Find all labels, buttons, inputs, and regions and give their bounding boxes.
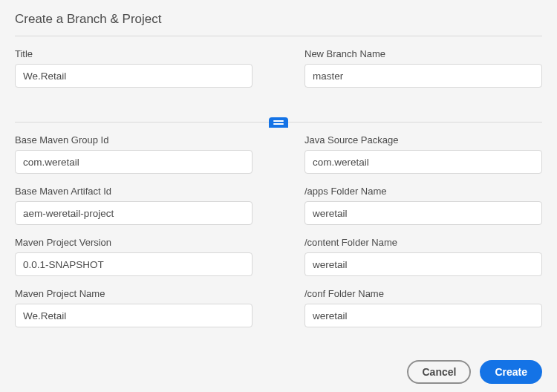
content-folder-label: /content Folder Name — [304, 237, 542, 248]
version-field-group: Maven Project Version — [15, 237, 253, 276]
top-right-column: New Branch Name — [304, 48, 542, 99]
group-id-input[interactable] — [15, 150, 253, 174]
artifact-id-label: Base Maven Artifact Id — [15, 186, 253, 197]
apps-folder-label: /apps Folder Name — [304, 186, 542, 197]
branch-field-group: New Branch Name — [304, 48, 542, 88]
group-id-label: Base Maven Group Id — [15, 134, 253, 146]
conf-folder-label: /conf Folder Name — [304, 288, 542, 299]
artifact-id-field-group: Base Maven Artifact Id — [15, 186, 253, 225]
dialog-title: Create a Branch & Project — [15, 12, 542, 36]
details-section: Base Maven Group Id Base Maven Artifact … — [15, 122, 542, 347]
cancel-button[interactable]: Cancel — [407, 360, 471, 384]
version-label: Maven Project Version — [15, 237, 253, 248]
java-pkg-field-group: Java Source Package — [304, 134, 542, 174]
artifact-id-input[interactable] — [15, 201, 253, 225]
project-name-label: Maven Project Name — [15, 288, 253, 299]
branch-input[interactable] — [304, 64, 542, 88]
top-section: Title New Branch Name — [15, 36, 542, 107]
title-field-group: Title — [15, 48, 253, 88]
project-name-field-group: Maven Project Name — [15, 288, 253, 327]
details-left-column: Base Maven Group Id Base Maven Artifact … — [15, 134, 253, 339]
apps-folder-input[interactable] — [304, 201, 542, 225]
branch-label: New Branch Name — [304, 48, 542, 59]
java-pkg-label: Java Source Package — [304, 134, 542, 146]
content-folder-input[interactable] — [304, 252, 542, 276]
group-id-field-group: Base Maven Group Id — [15, 134, 253, 174]
top-left-column: Title — [15, 48, 253, 99]
conf-folder-field-group: /conf Folder Name — [304, 288, 542, 327]
project-name-input[interactable] — [15, 304, 253, 327]
details-right-column: Java Source Package /apps Folder Name /c… — [304, 134, 542, 339]
java-pkg-input[interactable] — [304, 150, 542, 174]
version-input[interactable] — [15, 252, 253, 276]
create-button[interactable]: Create — [480, 360, 542, 384]
actions-row: Cancel Create — [15, 347, 542, 384]
title-input[interactable] — [15, 64, 253, 88]
conf-folder-input[interactable] — [304, 304, 542, 327]
section-divider — [15, 122, 542, 122]
apps-folder-field-group: /apps Folder Name — [304, 186, 542, 225]
expand-handle-icon[interactable] — [269, 117, 288, 128]
title-label: Title — [15, 48, 253, 59]
content-folder-field-group: /content Folder Name — [304, 237, 542, 276]
